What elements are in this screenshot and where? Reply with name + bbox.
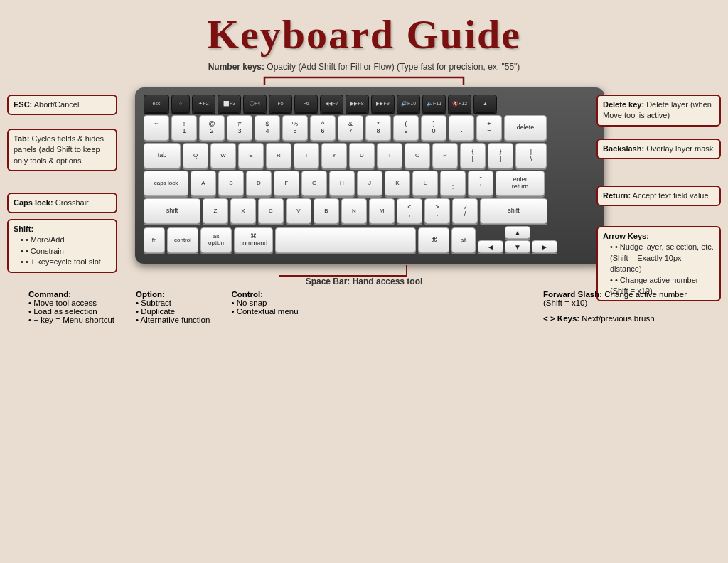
key-t[interactable]: T — [294, 143, 319, 168]
option-label: Option: — [136, 290, 210, 299]
key-fn[interactable]: fn — [144, 227, 165, 253]
asdf-row: caps lock A S D F G H J K L :; "' enterr… — [144, 171, 596, 196]
spacebar-bracket — [279, 265, 421, 283]
key-option[interactable]: altoption — [200, 227, 232, 253]
key-j[interactable]: J — [357, 171, 382, 196]
key-a[interactable]: A — [191, 171, 216, 196]
key-command-left[interactable]: ⌘command — [234, 227, 273, 253]
keyboard: esc ○ ✦F2 ⬜F3 ⓘF4 F5 F6 ◀◀F7 ▶▶F8 ▶▶F9 🔊… — [135, 87, 604, 264]
number-keys-note: Number keys: Opacity (Add Shift for Fill… — [7, 62, 721, 72]
key-f1[interactable]: ○ — [171, 95, 190, 113]
key-capslock[interactable]: caps lock — [144, 171, 188, 196]
key-i[interactable]: I — [377, 143, 402, 168]
key-k[interactable]: K — [385, 171, 410, 196]
spacebar-label-area: Space Bar: Hand access tool — [7, 265, 721, 286]
key-arrow-right[interactable]: ► — [532, 240, 557, 253]
key-f9[interactable]: ▶▶F9 — [371, 95, 395, 113]
key-command-right[interactable]: ⌘ — [418, 227, 449, 253]
annotation-delete: Delete key: Delete layer (when Move tool… — [596, 95, 721, 127]
key-slash[interactable]: ?/ — [452, 198, 478, 224]
bracket-indicator — [7, 73, 721, 86]
key-u[interactable]: U — [349, 143, 375, 168]
key-w[interactable]: W — [210, 143, 236, 168]
key-6[interactable]: ^6 — [310, 115, 336, 141]
key-f11[interactable]: 🔈F11 — [422, 95, 446, 113]
key-2[interactable]: @2 — [199, 115, 225, 141]
annotation-esc: ESC: Abort/Cancel — [7, 95, 117, 115]
key-5[interactable]: %5 — [282, 115, 308, 141]
key-shift-left[interactable]: shift — [144, 198, 200, 224]
page-title: Keyboard Guide — [7, 7, 721, 62]
key-alt-right[interactable]: alt — [451, 227, 476, 253]
key-r[interactable]: R — [266, 143, 291, 168]
bottom-right-annotations: Forward Slash: Change active number (Shi… — [543, 290, 700, 324]
key-f12[interactable]: 🔇F12 — [448, 95, 471, 113]
key-esc[interactable]: esc — [144, 95, 169, 113]
key-3[interactable]: #3 — [227, 115, 252, 141]
arrow-keys-cluster: ▲ ◄ ▼ ► — [478, 226, 557, 253]
key-e[interactable]: E — [238, 143, 264, 168]
key-h[interactable]: H — [329, 171, 355, 196]
key-z[interactable]: Z — [203, 198, 228, 224]
key-close-bracket[interactable]: }] — [488, 143, 513, 168]
key-tab[interactable]: tab — [144, 143, 181, 168]
key-arrow-down[interactable]: ▼ — [505, 240, 530, 253]
key-f5[interactable]: F5 — [269, 95, 292, 113]
annotation-return: Return: Accept text field value — [596, 186, 721, 206]
key-return[interactable]: enterreturn — [496, 171, 545, 196]
key-f4[interactable]: ⓘF4 — [243, 95, 267, 113]
key-m[interactable]: M — [369, 198, 395, 224]
command-items: • Move tool access • Load as selection •… — [28, 299, 114, 324]
key-9[interactable]: (9 — [393, 115, 419, 141]
key-control[interactable]: control — [167, 227, 198, 253]
key-f8[interactable]: ▶▶F8 — [346, 95, 369, 113]
key-f3[interactable]: ⬜F3 — [218, 95, 241, 113]
key-period[interactable]: >. — [424, 198, 450, 224]
key-arrow-up[interactable]: ▲ — [505, 226, 530, 239]
key-x[interactable]: X — [230, 198, 256, 224]
key-arrow-left[interactable]: ◄ — [478, 240, 503, 253]
key-minus[interactable]: _- — [449, 115, 474, 141]
key-spacebar[interactable] — [275, 227, 416, 253]
key-f2[interactable]: ✦F2 — [192, 95, 215, 113]
control-items: • No snap • Contextual menu — [231, 299, 298, 316]
key-4[interactable]: $4 — [255, 115, 280, 141]
key-v[interactable]: V — [286, 198, 311, 224]
key-s[interactable]: S — [218, 171, 244, 196]
key-comma[interactable]: <, — [397, 198, 422, 224]
key-y[interactable]: Y — [321, 143, 347, 168]
key-eject[interactable]: ▲ — [473, 95, 497, 113]
keyboard-container: esc ○ ✦F2 ⬜F3 ⓘF4 F5 F6 ◀◀F7 ▶▶F8 ▶▶F9 🔊… — [135, 87, 582, 264]
key-f10[interactable]: 🔊F10 — [397, 95, 420, 113]
key-c[interactable]: C — [258, 198, 284, 224]
key-semicolon[interactable]: :; — [440, 171, 466, 196]
key-g[interactable]: G — [301, 171, 327, 196]
key-f6[interactable]: F6 — [294, 95, 318, 113]
annotation-caps: Caps lock: Crosshair — [7, 193, 117, 213]
key-p[interactable]: P — [432, 143, 458, 168]
key-1[interactable]: !1 — [171, 115, 197, 141]
key-b[interactable]: B — [314, 198, 339, 224]
qwerty-row: tab Q W E R T Y U I O P {[ }] |\ — [144, 143, 596, 168]
key-quote[interactable]: "' — [468, 171, 493, 196]
key-l[interactable]: L — [412, 171, 438, 196]
key-d[interactable]: D — [246, 171, 272, 196]
key-o[interactable]: O — [405, 143, 430, 168]
key-n[interactable]: N — [341, 198, 367, 224]
bottom-left-annotations: Command: • Move tool access • Load as se… — [28, 290, 299, 324]
key-q[interactable]: Q — [183, 143, 208, 168]
key-tilde[interactable]: ~` — [144, 115, 169, 141]
key-7[interactable]: &7 — [338, 115, 363, 141]
arrow-up-container: ▲ — [478, 226, 557, 239]
key-8[interactable]: *8 — [365, 115, 391, 141]
control-label: Control: — [231, 290, 298, 299]
key-f[interactable]: F — [274, 171, 299, 196]
key-open-bracket[interactable]: {[ — [460, 143, 486, 168]
key-shift-right[interactable]: shift — [480, 198, 547, 224]
key-backslash[interactable]: |\ — [515, 143, 547, 168]
key-equal[interactable]: += — [476, 115, 502, 141]
key-f7[interactable]: ◀◀F7 — [320, 95, 343, 113]
key-delete[interactable]: delete — [504, 115, 547, 141]
key-0[interactable]: )0 — [421, 115, 446, 141]
keyboard-area: ESC: Abort/Cancel Tab: Cycles fields & h… — [7, 87, 721, 264]
